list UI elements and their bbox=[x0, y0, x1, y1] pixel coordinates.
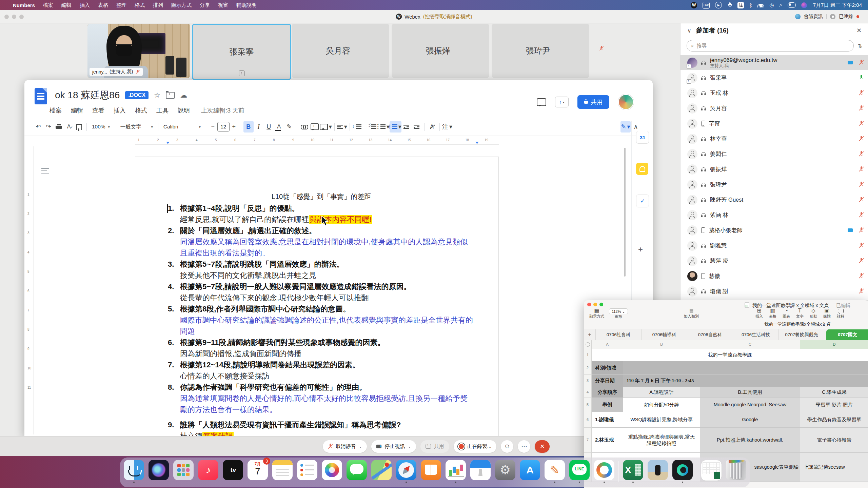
dock-trash-icon[interactable] bbox=[726, 460, 746, 480]
dock-appstore-icon[interactable]: A bbox=[520, 460, 540, 480]
dock-siri-icon[interactable] bbox=[149, 460, 169, 480]
mic-muted-icon[interactable] bbox=[859, 197, 864, 203]
dock-launchpad-icon[interactable] bbox=[173, 460, 194, 480]
cell[interactable]: 舉例 bbox=[592, 398, 623, 412]
line-spacing-button[interactable] bbox=[352, 121, 362, 133]
document-page[interactable]: L10從「感覺」到「事實」的差距 1. 根據第1~4段,說明「反思」的優點。 經… bbox=[135, 157, 499, 436]
menu-item-format[interactable]: 格式 bbox=[135, 2, 145, 8]
cell[interactable]: WSQ課程設計完整,跨域分享 bbox=[623, 412, 700, 428]
decrease-font-icon[interactable]: − bbox=[209, 123, 217, 130]
dock-maps-icon[interactable] bbox=[371, 460, 392, 480]
siri-icon[interactable] bbox=[801, 2, 807, 8]
mic-muted-icon[interactable] bbox=[859, 105, 864, 111]
cell-title[interactable]: 我的一堂遠距教學課 bbox=[592, 349, 868, 361]
dock-calendar-icon[interactable]: 7月7 3 bbox=[248, 460, 268, 480]
participant-search-input[interactable]: ⌕ 搜尋 bbox=[687, 40, 854, 52]
participant-row[interactable]: 瓊儀 謝 bbox=[680, 284, 868, 299]
sheet-tab-active[interactable]: 0707國文 bbox=[826, 329, 868, 340]
play-status-icon[interactable]: ▶ bbox=[715, 2, 722, 8]
spotlight-icon[interactable]: ⌕ bbox=[779, 2, 782, 8]
menu-item-arrange[interactable]: 排列 bbox=[153, 2, 163, 8]
dock-notes-icon[interactable] bbox=[272, 460, 293, 480]
line-status-icon[interactable]: LINE bbox=[703, 2, 710, 9]
close-panel-icon[interactable]: ✕ bbox=[856, 27, 862, 34]
right-indent-marker[interactable] bbox=[475, 142, 479, 146]
dock-system-settings-icon[interactable]: ⚙ bbox=[495, 460, 515, 480]
cell[interactable]: 電子書心得報告 bbox=[800, 428, 868, 453]
cell[interactable]: A.課程設計 bbox=[623, 387, 700, 398]
mic-muted-icon[interactable] bbox=[859, 212, 864, 218]
underline-button[interactable]: U bbox=[264, 121, 274, 133]
mic-muted-icon[interactable] bbox=[859, 243, 864, 248]
video-tile-selected[interactable]: 張采寧 ↑ bbox=[192, 24, 291, 80]
participant-row[interactable]: 慧徽 bbox=[680, 268, 868, 284]
dock-photos-icon[interactable] bbox=[322, 460, 342, 480]
sheet-tab[interactable]: 0706自然科 bbox=[687, 329, 733, 340]
menu-item-help[interactable]: 輔助說明 bbox=[236, 2, 257, 8]
participant-row[interactable]: 張瑋尹 bbox=[680, 177, 868, 192]
minimize-window-button[interactable] bbox=[593, 303, 597, 306]
participant-row[interactable]: 慧萍 凌 bbox=[680, 253, 868, 268]
move-folder-icon[interactable] bbox=[166, 92, 175, 99]
paragraph-style-select[interactable]: 一般文字▾ bbox=[118, 121, 156, 133]
participant-row[interactable]: 葳格小張老師 bbox=[680, 223, 868, 238]
more-options-button[interactable]: ⋯ bbox=[518, 440, 530, 453]
input-source-icon[interactable]: 注 bbox=[737, 2, 744, 8]
spellcheck-button[interactable]: A bbox=[64, 121, 74, 133]
bullet-list-button[interactable]: ▾ bbox=[378, 121, 390, 133]
leave-meeting-button[interactable]: ✕ bbox=[535, 440, 550, 453]
webex-status-icon[interactable]: W bbox=[691, 2, 697, 8]
row-header[interactable]: 1 bbox=[584, 349, 592, 361]
numbered-list-button[interactable]: ▾ bbox=[390, 121, 401, 133]
cell[interactable]: 上課筆記傳seesaw bbox=[800, 453, 868, 482]
dock-numbers-icon[interactable] bbox=[446, 460, 466, 480]
cell[interactable]: 重點摘錄,跨域地理與圖表,當天課程紀錄拍照 bbox=[623, 428, 700, 453]
cell[interactable]: 分享順序 bbox=[592, 387, 623, 398]
input-tools-button[interactable]: 注▾ bbox=[442, 121, 452, 133]
sheet-tab[interactable]: 0706社會科 bbox=[595, 329, 641, 340]
undo-button[interactable]: ↶ bbox=[33, 121, 43, 133]
zoom-select[interactable]: 100%▾ bbox=[89, 121, 113, 133]
menu-app-name[interactable]: Numbers bbox=[13, 2, 35, 8]
decrease-indent-button[interactable] bbox=[401, 121, 412, 133]
video-tile[interactable]: 吳月容 bbox=[292, 24, 389, 78]
left-indent-marker[interactable] bbox=[166, 142, 170, 146]
bluetooth-icon[interactable]: ᛒ bbox=[749, 2, 752, 8]
italic-button[interactable]: I bbox=[254, 121, 264, 133]
cell[interactable]: 如何分配50分鐘 bbox=[623, 398, 700, 412]
redo-button[interactable]: ↷ bbox=[43, 121, 54, 133]
meeting-info-label[interactable]: 會議資訊 bbox=[804, 14, 823, 20]
reactions-button[interactable]: ☺ bbox=[501, 440, 513, 453]
insert-button[interactable]: ⊞插入 bbox=[753, 308, 766, 319]
cell[interactable]: 學習單.影片.照片 bbox=[800, 398, 868, 412]
mic-muted-icon[interactable] bbox=[859, 227, 864, 233]
menu-clock[interactable]: 7月7日 週三 下午2:04 bbox=[813, 2, 862, 8]
cell[interactable]: 2.林玉珉 bbox=[592, 428, 623, 453]
row-header[interactable]: 4 bbox=[584, 387, 592, 398]
checklist-button[interactable] bbox=[368, 121, 378, 133]
participant-row[interactable]: 玉珉 林 bbox=[680, 85, 868, 101]
window-minimize-button[interactable] bbox=[12, 15, 16, 19]
font-size-value[interactable]: 12 bbox=[217, 122, 230, 131]
calendar-side-icon[interactable]: 31 bbox=[636, 131, 649, 144]
collapse-panel-icon[interactable]: ∨ bbox=[687, 27, 691, 34]
font-select[interactable]: Calibri▾ bbox=[161, 121, 203, 133]
control-center-icon[interactable] bbox=[788, 2, 796, 8]
add-category-button[interactable]: ≣加入類別 bbox=[682, 308, 701, 319]
print-button[interactable] bbox=[54, 121, 64, 133]
show-outline-icon[interactable] bbox=[41, 167, 50, 174]
view-menu-button[interactable]: ▦顯示方式 bbox=[587, 308, 606, 319]
participant-row[interactable]: 姜閎仁 bbox=[680, 146, 868, 162]
insert-link-button[interactable] bbox=[299, 121, 310, 133]
participant-row[interactable]: 張振燁 bbox=[680, 162, 868, 177]
column-header[interactable]: C bbox=[700, 340, 800, 349]
account-avatar[interactable] bbox=[618, 94, 634, 110]
menu-item-edit[interactable]: 編輯 bbox=[61, 2, 72, 8]
sheet-corner-cell[interactable] bbox=[584, 340, 592, 349]
docs-menu-format[interactable]: 格式 bbox=[135, 106, 147, 115]
window-close-button[interactable] bbox=[4, 15, 9, 19]
cell[interactable]: 學生作品有錄音及學習單 bbox=[800, 412, 868, 428]
comment-button[interactable]: 註解 bbox=[834, 308, 847, 319]
increase-font-icon[interactable]: + bbox=[230, 123, 238, 130]
camera-on-icon[interactable] bbox=[848, 228, 853, 232]
